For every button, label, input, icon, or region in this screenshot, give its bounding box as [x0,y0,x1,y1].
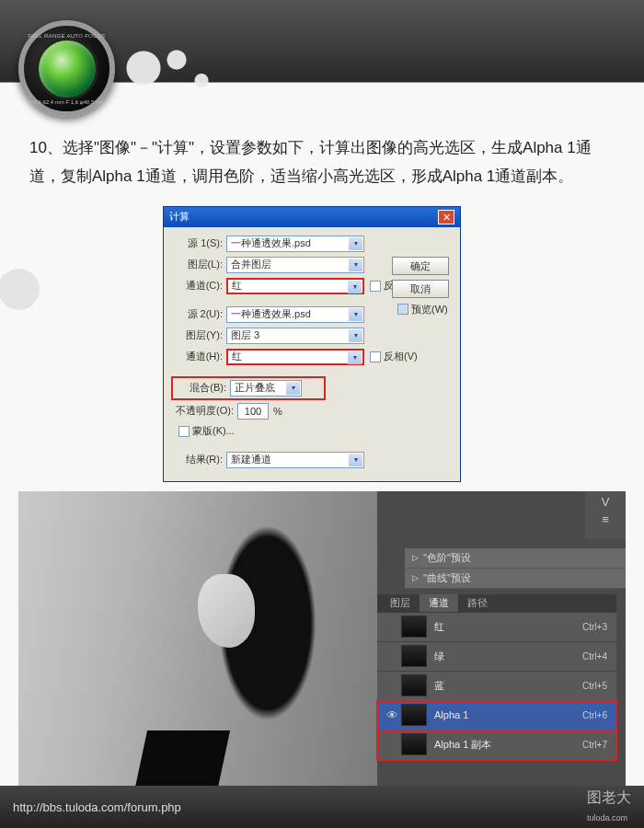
chevron-down-icon[interactable]: ▾ [349,454,362,466]
chevron-down-icon[interactable]: ▾ [349,237,362,250]
preview-label: 预览(W) [411,303,448,316]
source1-layer-select[interactable]: 合并图层▾ [226,257,364,273]
channel-thumb [401,674,427,696]
lens-bottom-text: f=3,9-62,4 mm F 1,6 φ40,5 mm [24,99,109,105]
eye-icon[interactable]: 👁 [383,708,401,722]
triangle-right-icon: ▷ [412,573,419,582]
channel-row-alpha1-copy[interactable]: Alpha 1 副本Ctrl+7 [377,730,616,760]
lens-glass-icon [36,38,98,100]
source1-channel-label: 通道(C): [171,279,226,293]
source2-select[interactable]: 一种通透效果.psd▾ [226,306,364,323]
levels-preset-row[interactable]: ▷"色阶"预设 [405,548,626,569]
channels-list: 红Ctrl+3 绿Ctrl+4 蓝Ctrl+5 👁Alpha 1Ctrl+6 A… [377,613,616,760]
triangle-right-icon: ▷ [412,553,419,562]
invert1-checkbox[interactable] [370,281,381,292]
source2-channel-select[interactable]: 红▾ [226,349,364,365]
dialog-title: 计算 [169,210,190,224]
channel-row-red[interactable]: 红Ctrl+3 [377,613,616,642]
close-icon[interactable]: ✕ [438,210,454,224]
footer-url: http://bbs.tuloda.com/forum.php [13,800,181,814]
opacity-unit: % [273,406,282,417]
page-footer: http://bbs.tuloda.com/forum.php 图老大 tulo… [0,786,644,828]
source1-layer-label: 图层(L): [171,258,226,271]
ok-button[interactable]: 确定 [392,257,449,275]
preview-checkbox-wrap[interactable]: 预览(W) [397,303,449,316]
cancel-button[interactable]: 取消 [392,280,449,298]
channel-thumb [401,645,427,667]
chevron-down-icon[interactable]: ▾ [348,351,362,364]
calculations-dialog: 计算 ✕ 确定 取消 预览(W) 源 1(S): 一种通透效果.psd▾ 图层(… [163,206,461,482]
invert2-checkbox[interactable] [370,351,381,362]
chevron-down-icon[interactable]: ▾ [349,329,362,342]
source2-channel-label: 通道(H): [171,350,226,363]
blend-label: 混合(B): [175,381,230,395]
source1-select[interactable]: 一种通透效果.psd▾ [226,236,364,252]
tutorial-step-text: 10、选择"图像"－"计算"，设置参数如下，计算出图像的高光选区，生成Alpha… [29,133,615,191]
chevron-down-icon[interactable]: ▾ [348,281,362,293]
mask-checkbox[interactable] [178,426,190,437]
channel-row-alpha1[interactable]: 👁Alpha 1Ctrl+6 [377,701,616,730]
footer-logo: 图老大 tuloda.com [587,788,631,824]
source2-layer-label: 图层(Y): [171,328,226,342]
channel-thumb [401,615,427,638]
ink-splatter-decoration [110,35,276,118]
opacity-input[interactable]: 100 [237,403,269,420]
mask-checkbox-wrap[interactable]: 蒙版(K)... [178,424,235,438]
tab-layers[interactable]: 图层 [381,594,420,612]
source1-channel-select[interactable]: 红▾ [226,278,364,294]
camera-lens-logo: FULL RANGE AUTO FOCUS f=3,9-62,4 mm F 1,… [18,20,115,117]
chevron-down-icon[interactable]: ▾ [349,308,362,321]
result-select[interactable]: 新建通道▾ [226,452,364,468]
source2-layer-select[interactable]: 图层 3▾ [226,328,364,344]
preview-checkbox[interactable] [397,304,408,315]
dialog-button-column: 确定 取消 预览(W) [392,257,449,316]
chevron-down-icon[interactable]: ▾ [349,259,362,271]
channel-thumb [401,733,427,755]
curves-preset-row[interactable]: ▷"曲线"预设 [405,569,626,589]
photoshop-panels: V ≡ ▷"色阶"预设 ▷"曲线"预设 图层 通道 路径 红Ctrl+3 绿Ct… [377,491,626,813]
side-toolbar: V ≡ [585,491,626,539]
source2-label: 源 2(U): [171,307,226,321]
channel-thumb [401,704,427,726]
chevron-down-icon[interactable]: ▾ [286,382,300,395]
portrait-photo [18,491,377,813]
tab-channels[interactable]: 通道 [420,594,458,612]
opacity-label: 不透明度(O): [171,404,237,418]
source2-invert-wrap[interactable]: 反相(V) [370,350,418,363]
channel-row-blue[interactable]: 蓝Ctrl+5 [377,672,616,701]
source1-label: 源 1(S): [171,236,226,250]
tab-paths[interactable]: 路径 [458,594,497,612]
channel-row-green[interactable]: 绿Ctrl+4 [377,642,616,672]
panel-tab-bar: 图层 通道 路径 [377,594,616,613]
presets-list: ▷"色阶"预设 ▷"曲线"预设 [405,548,626,589]
screenshot-image-area: V ≡ ▷"色阶"预设 ▷"曲线"预设 图层 通道 路径 红Ctrl+3 绿Ct… [18,491,626,813]
result-label: 结果(R): [171,453,226,466]
menu-icon[interactable]: ≡ [596,512,615,527]
content-area: 10、选择"图像"－"计算"，设置参数如下，计算出图像的高光选区，生成Alpha… [0,83,644,482]
v-icon[interactable]: V [596,495,615,510]
blend-select[interactable]: 正片叠底▾ [230,380,302,397]
dialog-titlebar[interactable]: 计算 ✕ [164,207,460,227]
